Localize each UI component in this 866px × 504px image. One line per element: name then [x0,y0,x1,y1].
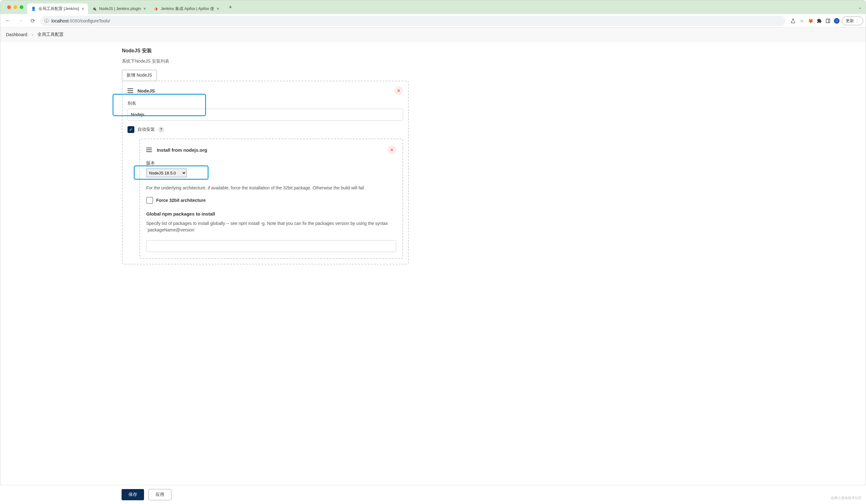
window-traffic-lights [3,5,27,9]
tab-close-icon[interactable]: × [143,6,146,11]
force-32bit-checkbox[interactable] [146,197,153,204]
browser-tab-strip: 👤 全局工具配置 [Jenkins] × 🔌 NodeJS | Jenkins … [0,0,866,14]
force-32bit-label: Force 32bit architecture [156,198,206,203]
back-button[interactable]: ← [3,16,13,26]
tab-close-icon[interactable]: × [216,6,219,11]
apifox-favicon: ◑ [153,6,158,11]
breadcrumb: Dashboard › 全局工具配置 [0,28,866,42]
url-host: localhost [52,19,69,23]
site-info-icon[interactable]: ⓘ [44,19,49,23]
watermark-text: @稀土掘金技术社区 [831,496,862,500]
nodejs-block-title: NodeJS [137,88,155,93]
global-packages-input[interactable] [146,240,396,252]
global-packages-label: Global npm packages to install [146,211,396,217]
profile-icon[interactable] [833,17,841,25]
alias-input[interactable] [127,109,403,121]
sidepanel-icon[interactable] [824,17,832,25]
url-port: :8080 [69,19,79,23]
drag-handle-icon[interactable] [127,89,133,93]
jenkins-plugin-favicon: 🔌 [92,6,97,11]
breadcrumb-dashboard[interactable]: Dashboard [6,32,27,37]
global-packages-help-text: Specify list of packages to install glob… [146,220,396,233]
checkmark-icon: ✓ [129,127,133,132]
section-subtitle: 系统下NodeJS 安装列表 [122,59,409,64]
auto-install-checkbox[interactable]: ✓ [127,126,134,133]
share-icon[interactable] [789,17,797,25]
new-tab-button[interactable]: + [226,3,235,12]
update-button[interactable]: 更新 ⋮ [842,16,863,25]
remove-installer-button[interactable] [388,146,396,154]
arch-help-text: For the underlying architecture, if avai… [146,185,396,191]
window-close-button[interactable] [7,5,11,9]
jenkins-favicon: 👤 [31,6,36,11]
help-icon[interactable]: ? [158,126,164,133]
save-button[interactable]: 保存 [122,489,144,500]
browser-toolbar: ← → ⟳ ⓘ localhost:8080/configureTools/ ☆… [0,14,866,28]
metamask-icon[interactable]: 🦊 [807,17,814,25]
apply-button[interactable]: 应用 [148,489,171,500]
tab-title: Jenkins 集成 Apifox | Apifox 使 [161,6,214,12]
forward-button[interactable]: → [15,16,25,26]
version-label: 版本 [146,160,396,166]
tabs-dropdown-icon[interactable]: ⌄ [858,5,862,10]
bookmark-icon[interactable]: ☆ [798,17,806,25]
tab-title: NodeJS | Jenkins plugin [99,7,141,11]
footer-bar: 保存 应用 [0,485,866,504]
browser-tab-1[interactable]: 🔌 NodeJS | Jenkins plugin × [88,3,149,14]
menu-dots-icon: ⋮ [855,19,859,23]
alias-label: 别名 [127,101,403,106]
browser-tab-2[interactable]: ◑ Jenkins 集成 Apifox | Apifox 使 × [149,3,223,14]
browser-tab-0[interactable]: 👤 全局工具配置 [Jenkins] × [27,3,88,14]
drag-handle-icon[interactable] [146,148,152,152]
window-minimize-button[interactable] [13,5,17,9]
section-title: NodeJS 安装 [122,48,409,54]
reload-button[interactable]: ⟳ [28,16,38,26]
address-bar[interactable]: ⓘ localhost:8080/configureTools/ [40,16,786,26]
extensions-icon[interactable] [815,17,823,25]
installer-title: Install from nodejs.org [157,147,207,153]
tab-close-icon[interactable]: × [82,6,84,11]
window-maximize-button[interactable] [20,5,23,9]
svg-rect-0 [826,19,830,23]
add-nodejs-button[interactable]: 新增 NodeJS [122,70,157,81]
breadcrumb-current[interactable]: 全局工具配置 [37,32,64,37]
breadcrumb-separator-icon: › [32,32,33,37]
tab-title: 全局工具配置 [Jenkins] [38,6,79,12]
version-select[interactable]: NodeJS 18.5.0 [146,169,187,177]
remove-nodejs-button[interactable] [395,86,403,95]
url-path: /configureTools/ [79,19,110,23]
auto-install-label: 自动安装 [137,127,155,133]
